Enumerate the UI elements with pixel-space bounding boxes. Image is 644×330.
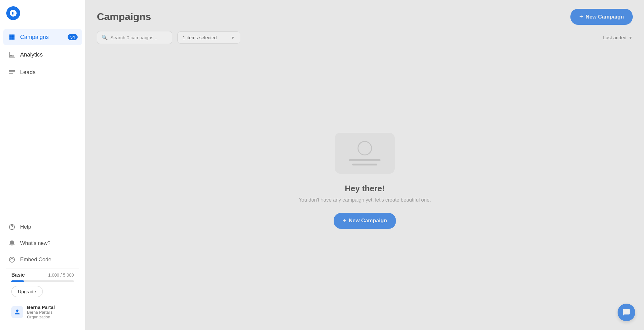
sort-arrow-icon: ▼ xyxy=(628,35,633,40)
svg-rect-2 xyxy=(9,73,13,74)
plan-count: 1.000 / 5.000 xyxy=(48,273,74,278)
sidebar-item-help[interactable]: Help xyxy=(3,219,82,235)
plan-bar-background xyxy=(11,280,74,282)
svg-rect-1 xyxy=(9,71,15,72)
filter-dropdown[interactable]: 1 items selected ▼ xyxy=(177,31,240,44)
sidebar-item-whats-new[interactable]: What's new? xyxy=(3,235,82,251)
svg-rect-0 xyxy=(9,70,15,71)
plus-icon-center: + xyxy=(342,217,346,225)
empty-illustration xyxy=(335,133,395,174)
sidebar-item-leads[interactable]: Leads xyxy=(3,64,82,80)
user-org: Berna Partal's Organization xyxy=(27,310,74,319)
sidebar-item-analytics[interactable]: Analytics xyxy=(3,46,82,63)
illustration-line1 xyxy=(349,159,380,161)
plan-label: Basic xyxy=(11,272,25,278)
main-content: Campaigns + New Campaign 🔍 1 items selec… xyxy=(86,0,644,330)
sidebar-item-campaigns[interactable]: Campaigns 54 xyxy=(3,29,82,45)
search-box[interactable]: 🔍 xyxy=(97,31,172,44)
page-title: Campaigns xyxy=(97,11,151,23)
sort-control[interactable]: Last added ▼ xyxy=(603,35,633,40)
sidebar-item-help-label: Help xyxy=(20,224,31,230)
chevron-down-icon: ▼ xyxy=(230,35,235,40)
user-info: Berna Partal Berna Partal's Organization xyxy=(27,305,74,319)
new-campaign-label-header: New Campaign xyxy=(586,14,624,20)
filter-dropdown-label: 1 items selected xyxy=(183,35,228,40)
new-campaign-button-header[interactable]: + New Campaign xyxy=(570,9,633,25)
sort-label: Last added xyxy=(603,35,626,40)
sidebar-bottom: Help What's new? Embed Code Ba xyxy=(0,216,85,330)
campaigns-icon xyxy=(8,33,16,41)
bell-icon xyxy=(8,240,16,247)
empty-title: Hey there! xyxy=(345,184,385,193)
page-header: Campaigns + New Campaign xyxy=(86,0,644,31)
user-profile[interactable]: Berna Partal Berna Partal's Organization xyxy=(6,300,79,324)
upgrade-button[interactable]: Upgrade xyxy=(11,286,43,297)
plan-section: Basic 1.000 / 5.000 Upgrade xyxy=(6,268,79,300)
sidebar-item-leads-label: Leads xyxy=(20,69,36,76)
sidebar-item-campaigns-label: Campaigns xyxy=(20,34,49,41)
illustration-circle xyxy=(358,141,372,155)
leads-icon xyxy=(8,68,16,76)
new-campaign-label-center: New Campaign xyxy=(349,218,387,224)
sidebar-item-embed-code-label: Embed Code xyxy=(20,257,51,263)
chat-widget[interactable] xyxy=(618,304,635,321)
sidebar: Campaigns 54 Analytics Leads xyxy=(0,0,86,330)
plan-bar-fill xyxy=(11,280,24,282)
app-logo[interactable] xyxy=(6,6,20,20)
svg-point-5 xyxy=(9,257,15,262)
new-campaign-button-center[interactable]: + New Campaign xyxy=(334,213,396,229)
plus-icon-header: + xyxy=(579,13,583,20)
sidebar-nav: Campaigns 54 Analytics Leads xyxy=(0,29,85,216)
campaigns-badge: 54 xyxy=(68,34,78,40)
sidebar-item-embed-code[interactable]: Embed Code xyxy=(3,252,82,268)
embed-icon xyxy=(8,256,16,263)
empty-state: Hey there! You don't have any campaign y… xyxy=(86,50,644,330)
user-name: Berna Partal xyxy=(27,305,74,310)
sidebar-item-analytics-label: Analytics xyxy=(20,51,43,58)
toolbar: 🔍 1 items selected ▼ Last added ▼ xyxy=(86,31,644,50)
analytics-icon xyxy=(8,51,16,58)
search-input[interactable] xyxy=(110,35,168,40)
search-icon: 🔍 xyxy=(102,35,108,41)
sidebar-item-whats-new-label: What's new? xyxy=(20,240,51,246)
svg-point-4 xyxy=(12,228,12,229)
illustration-line2 xyxy=(352,164,377,165)
help-icon xyxy=(8,223,16,231)
empty-description: You don't have any campaign yet, let's c… xyxy=(299,197,431,203)
avatar xyxy=(11,306,23,318)
